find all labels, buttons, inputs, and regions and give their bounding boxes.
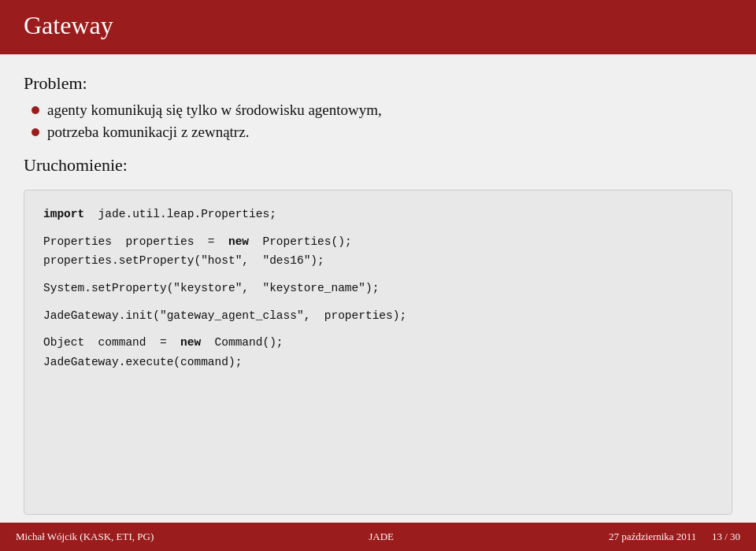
footer-date: 27 października 2011 xyxy=(609,531,696,542)
header: Gateway xyxy=(0,0,756,54)
code-line-4: System.setProperty("keystore", "keystore… xyxy=(43,279,713,298)
uruchomienie-label: Uruchomienie: xyxy=(24,155,732,176)
bullet-dot-1 xyxy=(32,106,39,114)
bullet-dot-2 xyxy=(32,128,39,136)
code-line-1: import jade.util.leap.Properties; xyxy=(43,205,713,224)
code-line-5: JadeGateway.init("gateway_agent_class", … xyxy=(43,306,713,326)
footer-center: JADE xyxy=(369,531,394,543)
footer: Michał Wójcik (KASK, ETI, PG) JADE 27 pa… xyxy=(0,523,756,551)
bullet-text-2: potrzeba komunikacji z zewnątrz. xyxy=(47,124,249,141)
bullet-item-2: potrzeba komunikacji z zewnątrz. xyxy=(24,124,732,141)
page-title: Gateway xyxy=(24,11,732,40)
code-line-7: JadeGateway.execute(command); xyxy=(43,353,713,372)
code-line-2: Properties properties = new Properties()… xyxy=(43,232,713,252)
problem-section: Problem: agenty komunikują się tylko w ś… xyxy=(24,73,732,141)
footer-date-page: 27 października 2011 13 / 30 xyxy=(609,531,740,543)
footer-author: Michał Wójcik (KASK, ETI, PG) xyxy=(16,531,154,543)
code-line-6: Object command = new Command(); xyxy=(43,333,713,353)
code-line-3: properties.setProperty("host", "des16"); xyxy=(43,251,713,271)
footer-page: 13 / 30 xyxy=(712,531,740,542)
bullet-item-1: agenty komunikują się tylko w środowisku… xyxy=(24,102,732,119)
bullet-text-1: agenty komunikują się tylko w środowisku… xyxy=(47,102,382,119)
main-content: Problem: agenty komunikują się tylko w ś… xyxy=(0,54,756,523)
problem-label: Problem: xyxy=(24,73,732,94)
code-block: import jade.util.leap.Properties; Proper… xyxy=(24,190,732,515)
